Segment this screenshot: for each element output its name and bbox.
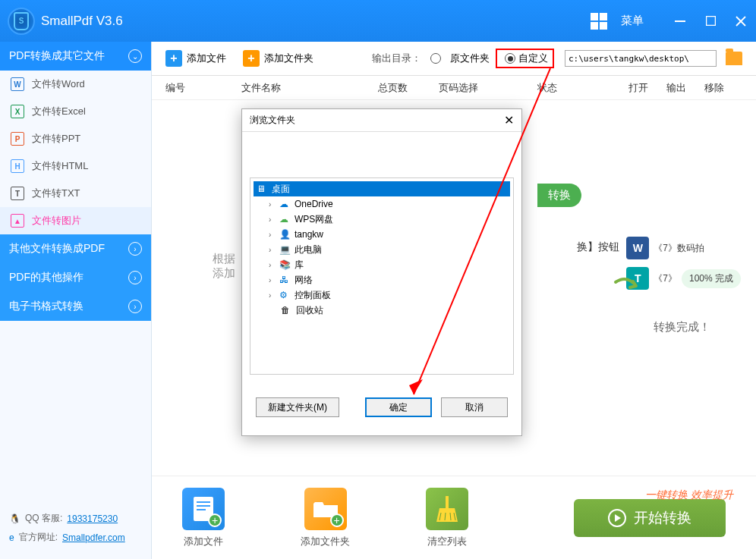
dialog-close-button[interactable]: ✕ [504,113,514,127]
sidebar-item-image[interactable]: ▲文件转图片 [0,207,151,234]
ok-button[interactable]: 确定 [365,397,432,417]
sidebar-cat-pdf-to-other[interactable]: PDF转换成其它文件 ⌄ [0,42,151,71]
th-pages: 总页数 [378,81,439,95]
chevron-right-icon: › [128,242,142,256]
sidebar-item-word[interactable]: W文件转Word [0,71,151,98]
tree-label: 控制面板 [295,289,331,302]
html-icon: H [11,159,24,173]
progress-badge: 100% 完成 [682,269,741,288]
desktop-icon: 🖥 [257,184,269,194]
site-link[interactable]: Smallpdfer.com [62,532,125,543]
svg-rect-6 [197,505,210,507]
bg-hint: 根据 添加 [213,252,235,281]
th-filename: 文件名称 [241,81,378,95]
tree-label: 库 [295,259,304,272]
word-file-icon: W [626,237,649,259]
file-name: 《7》 [654,272,677,285]
tree-label: 桌面 [272,183,290,196]
expander-icon[interactable]: › [269,276,276,284]
expander-icon[interactable]: › [269,215,276,224]
library-icon: 📚 [279,259,291,270]
recycle-bin-icon: 🗑 [281,305,293,316]
toolbar: +添加文件 +添加文件夹 输出目录： 原文件夹 自定义 [152,42,756,76]
sidebar-item-html[interactable]: H文件转HTML [0,152,151,180]
expander-icon[interactable]: › [269,291,276,300]
convert-hint: 换】按钮 [577,240,619,254]
tree-item[interactable]: ›☁OneDrive [254,196,510,212]
tree-item[interactable]: ›👤tangkw [254,227,510,242]
folder-icon: + [304,488,347,530]
bottom-clear-list[interactable]: 清空列表 [426,488,468,548]
radio-label: 原文件夹 [450,52,490,65]
broom-icon [426,488,468,530]
sidebar-item-excel[interactable]: X文件转Excel [0,98,151,125]
tree-item[interactable]: ›⚙控制面板 [254,287,510,303]
network-icon: 🖧 [279,275,291,285]
new-folder-button[interactable]: 新建文件夹(M) [256,397,339,417]
tree-label: tangkw [295,229,323,240]
sidebar-item-ppt[interactable]: P文件转PPT [0,125,151,152]
radio-custom[interactable] [505,53,515,64]
file-icon: + [182,488,225,530]
bottom-bar: + 添加文件 + 添加文件夹 清空列表 一键转换 效率提升 开始转换 [152,476,756,559]
plus-icon: + [165,50,182,67]
tool-label: 添加文件夹 [264,52,313,65]
tree-item[interactable]: ›💻此电脑 [254,242,510,257]
browse-folder-dialog: 浏览文件夹 ✕ 🖥桌面 ›☁OneDrive ›☁WPS网盘 ›👤tangkw … [241,108,522,436]
tree-item[interactable]: 🗑回收站 [254,303,510,318]
expander-icon[interactable]: › [269,200,276,209]
sidebar-item-label: 文件转Excel [32,105,86,118]
tree-item[interactable]: ›📚库 [254,257,510,272]
cloud-icon: ☁ [279,199,291,209]
menu-grid-icon[interactable] [591,13,607,30]
chevron-right-icon: › [128,271,142,284]
cancel-button[interactable]: 取消 [441,397,508,417]
sidebar-item-label: 文件转PPT [32,132,80,146]
image-icon: ▲ [11,214,24,228]
bottom-add-file[interactable]: + 添加文件 [182,488,225,548]
expander-icon[interactable]: › [269,246,276,254]
maximize-button[interactable] [703,14,718,29]
app-title: SmallPdf V3.6 [41,14,591,29]
browse-folder-icon[interactable] [726,52,742,65]
hint-line: 根据 [213,252,235,266]
tree-item[interactable]: ›🖧网络 [254,272,510,287]
sidebar-cat-ebook[interactable]: 电子书格式转换› [0,292,151,321]
qq-link[interactable]: 1933175230 [67,513,118,524]
sidebar-cat-pdf-ops[interactable]: PDF的其他操作› [0,263,151,292]
output-path-input[interactable] [565,50,717,67]
dialog-titlebar: 浏览文件夹 ✕ [242,109,521,132]
expander-icon[interactable]: › [269,231,276,239]
convert-badge: 转换 [537,184,581,207]
sidebar-footer: 🐧QQ 客服: 1933175230 e官方网址: Smallpdfer.com [0,503,151,559]
menu-label[interactable]: 菜单 [621,14,644,28]
sidebar-item-txt[interactable]: T文件转TXT [0,180,151,207]
add-file-button[interactable]: +添加文件 [165,50,226,67]
ppt-icon: P [11,132,24,146]
th-status: 状态 [537,81,628,95]
folder-tree[interactable]: 🖥桌面 ›☁OneDrive ›☁WPS网盘 ›👤tangkw ›💻此电脑 ›📚… [250,177,514,375]
sidebar-cat-other-to-pdf[interactable]: 其他文件转换成PDF› [0,234,151,263]
sidebar-item-label: 文件转TXT [32,187,80,200]
minimize-button[interactable] [673,14,688,29]
site-label: 官方网址: [19,531,58,544]
tree-label: WPS网盘 [295,213,333,226]
close-button[interactable] [733,14,748,29]
add-folder-button[interactable]: +添加文件夹 [243,50,313,67]
table-header: 编号 文件名称 总页数 页码选择 状态 打开 输出 移除 [152,76,756,100]
tree-item-desktop[interactable]: 🖥桌面 [254,181,510,196]
sidebar-cat-label: 电子书格式转换 [9,300,83,313]
txt-icon: T [11,187,24,200]
plus-icon: + [243,50,260,67]
tree-label: 网络 [295,274,313,287]
expander-icon[interactable]: › [269,261,276,269]
svg-rect-5 [197,501,210,503]
control-panel-icon: ⚙ [279,290,291,300]
start-convert-button[interactable]: 开始转换 [574,499,726,537]
th-index: 编号 [165,81,241,95]
th-open: 打开 [628,81,666,95]
radio-source-folder[interactable] [430,53,441,64]
tree-item[interactable]: ›☁WPS网盘 [254,212,510,227]
bottom-add-folder[interactable]: + 添加文件夹 [301,488,350,548]
cloud-icon: ☁ [279,214,291,225]
